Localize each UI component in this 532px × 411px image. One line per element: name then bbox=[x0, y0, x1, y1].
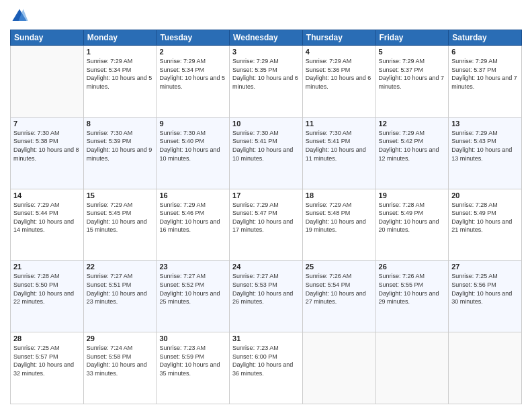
day-number: 3 bbox=[232, 48, 300, 56]
calendar-cell: 8Sunrise: 7:30 AMSunset: 5:39 PMDaylight… bbox=[83, 117, 157, 189]
day-number: 8 bbox=[87, 120, 154, 128]
day-info: Sunrise: 7:29 AMSunset: 5:45 PMDaylight:… bbox=[87, 201, 154, 234]
day-info: Sunrise: 7:29 AMSunset: 5:37 PMDaylight:… bbox=[451, 57, 519, 91]
page: SundayMondayTuesdayWednesdayThursdayFrid… bbox=[0, 0, 532, 411]
calendar-cell: 17Sunrise: 7:29 AMSunset: 5:47 PMDayligh… bbox=[230, 189, 303, 261]
day-number: 22 bbox=[87, 263, 154, 271]
calendar-table: SundayMondayTuesdayWednesdayThursdayFrid… bbox=[10, 30, 522, 404]
day-info: Sunrise: 7:23 AMSunset: 5:59 PMDaylight:… bbox=[159, 344, 226, 377]
calendar-cell: 18Sunrise: 7:29 AMSunset: 5:48 PMDayligh… bbox=[302, 189, 375, 261]
day-number: 29 bbox=[87, 334, 154, 342]
day-number: 12 bbox=[379, 120, 446, 128]
day-info: Sunrise: 7:29 AMSunset: 5:37 PMDaylight:… bbox=[379, 57, 446, 91]
day-number: 10 bbox=[232, 120, 300, 128]
calendar-week-row: 14Sunrise: 7:29 AMSunset: 5:44 PMDayligh… bbox=[11, 189, 522, 261]
day-number: 5 bbox=[379, 48, 446, 56]
calendar-cell: 7Sunrise: 7:30 AMSunset: 5:38 PMDaylight… bbox=[11, 117, 84, 189]
day-info: Sunrise: 7:29 AMSunset: 5:48 PMDaylight:… bbox=[306, 201, 373, 234]
day-info: Sunrise: 7:29 AMSunset: 5:36 PMDaylight:… bbox=[306, 57, 373, 91]
calendar-cell: 13Sunrise: 7:29 AMSunset: 5:43 PMDayligh… bbox=[449, 117, 522, 189]
calendar-cell: 14Sunrise: 7:29 AMSunset: 5:44 PMDayligh… bbox=[11, 189, 84, 261]
calendar-header-friday: Friday bbox=[375, 30, 449, 46]
calendar-cell: 6Sunrise: 7:29 AMSunset: 5:37 PMDaylight… bbox=[449, 46, 522, 118]
day-info: Sunrise: 7:24 AMSunset: 5:58 PMDaylight:… bbox=[87, 344, 154, 377]
calendar-header-tuesday: Tuesday bbox=[157, 30, 230, 46]
calendar-header-monday: Monday bbox=[83, 30, 157, 46]
calendar-cell: 25Sunrise: 7:26 AMSunset: 5:54 PMDayligh… bbox=[302, 261, 375, 332]
day-number: 31 bbox=[232, 334, 300, 342]
calendar-cell: 28Sunrise: 7:25 AMSunset: 5:57 PMDayligh… bbox=[11, 332, 84, 404]
day-info: Sunrise: 7:27 AMSunset: 5:51 PMDaylight:… bbox=[87, 272, 154, 306]
calendar-cell: 26Sunrise: 7:26 AMSunset: 5:55 PMDayligh… bbox=[375, 261, 449, 332]
calendar-week-row: 28Sunrise: 7:25 AMSunset: 5:57 PMDayligh… bbox=[11, 332, 522, 404]
calendar-header-wednesday: Wednesday bbox=[230, 30, 303, 46]
day-info: Sunrise: 7:25 AMSunset: 5:56 PMDaylight:… bbox=[451, 272, 519, 306]
calendar-cell: 15Sunrise: 7:29 AMSunset: 5:45 PMDayligh… bbox=[83, 189, 157, 261]
day-number: 20 bbox=[451, 191, 519, 199]
calendar-cell: 19Sunrise: 7:28 AMSunset: 5:49 PMDayligh… bbox=[375, 189, 449, 261]
calendar-header-row: SundayMondayTuesdayWednesdayThursdayFrid… bbox=[11, 30, 522, 46]
day-number: 24 bbox=[232, 263, 300, 271]
day-info: Sunrise: 7:29 AMSunset: 5:47 PMDaylight:… bbox=[232, 201, 300, 234]
calendar-cell: 5Sunrise: 7:29 AMSunset: 5:37 PMDaylight… bbox=[375, 46, 449, 118]
day-info: Sunrise: 7:29 AMSunset: 5:44 PMDaylight:… bbox=[13, 201, 81, 234]
day-number: 7 bbox=[13, 120, 81, 128]
day-info: Sunrise: 7:29 AMSunset: 5:42 PMDaylight:… bbox=[379, 129, 446, 163]
day-number: 16 bbox=[159, 191, 226, 199]
day-info: Sunrise: 7:30 AMSunset: 5:41 PMDaylight:… bbox=[232, 129, 300, 163]
calendar-cell: 11Sunrise: 7:30 AMSunset: 5:41 PMDayligh… bbox=[302, 117, 375, 189]
calendar-cell: 21Sunrise: 7:28 AMSunset: 5:50 PMDayligh… bbox=[11, 261, 84, 332]
calendar-cell: 3Sunrise: 7:29 AMSunset: 5:35 PMDaylight… bbox=[230, 46, 303, 118]
day-number: 15 bbox=[87, 191, 154, 199]
day-number: 23 bbox=[159, 263, 226, 271]
day-number: 6 bbox=[451, 48, 519, 56]
day-info: Sunrise: 7:30 AMSunset: 5:41 PMDaylight:… bbox=[306, 129, 373, 163]
calendar-week-row: 21Sunrise: 7:28 AMSunset: 5:50 PMDayligh… bbox=[11, 261, 522, 332]
calendar-cell: 22Sunrise: 7:27 AMSunset: 5:51 PMDayligh… bbox=[83, 261, 157, 332]
calendar-cell: 16Sunrise: 7:29 AMSunset: 5:46 PMDayligh… bbox=[157, 189, 230, 261]
day-info: Sunrise: 7:28 AMSunset: 5:49 PMDaylight:… bbox=[451, 201, 519, 234]
calendar-header-saturday: Saturday bbox=[449, 30, 522, 46]
calendar-cell: 31Sunrise: 7:23 AMSunset: 6:00 PMDayligh… bbox=[230, 332, 303, 404]
day-info: Sunrise: 7:27 AMSunset: 5:52 PMDaylight:… bbox=[159, 272, 226, 306]
day-info: Sunrise: 7:23 AMSunset: 6:00 PMDaylight:… bbox=[232, 344, 300, 377]
calendar-header-thursday: Thursday bbox=[302, 30, 375, 46]
day-number: 1 bbox=[87, 48, 154, 56]
calendar-cell: 12Sunrise: 7:29 AMSunset: 5:42 PMDayligh… bbox=[375, 117, 449, 189]
calendar-cell: 10Sunrise: 7:30 AMSunset: 5:41 PMDayligh… bbox=[230, 117, 303, 189]
calendar-cell: 30Sunrise: 7:23 AMSunset: 5:59 PMDayligh… bbox=[157, 332, 230, 404]
calendar-cell: 27Sunrise: 7:25 AMSunset: 5:56 PMDayligh… bbox=[449, 261, 522, 332]
calendar-cell: 20Sunrise: 7:28 AMSunset: 5:49 PMDayligh… bbox=[449, 189, 522, 261]
day-info: Sunrise: 7:30 AMSunset: 5:38 PMDaylight:… bbox=[13, 129, 81, 163]
calendar-cell: 4Sunrise: 7:29 AMSunset: 5:36 PMDaylight… bbox=[302, 46, 375, 118]
calendar-header-sunday: Sunday bbox=[11, 30, 84, 46]
day-number: 9 bbox=[159, 120, 226, 128]
day-number: 26 bbox=[379, 263, 446, 271]
day-info: Sunrise: 7:26 AMSunset: 5:54 PMDaylight:… bbox=[306, 272, 373, 306]
day-number: 2 bbox=[159, 48, 226, 56]
header bbox=[10, 7, 522, 26]
day-info: Sunrise: 7:27 AMSunset: 5:53 PMDaylight:… bbox=[232, 272, 300, 306]
day-number: 19 bbox=[379, 191, 446, 199]
day-number: 14 bbox=[13, 191, 81, 199]
day-number: 21 bbox=[13, 263, 81, 271]
day-info: Sunrise: 7:29 AMSunset: 5:43 PMDaylight:… bbox=[451, 129, 519, 163]
day-info: Sunrise: 7:30 AMSunset: 5:39 PMDaylight:… bbox=[87, 129, 154, 163]
calendar-cell: 24Sunrise: 7:27 AMSunset: 5:53 PMDayligh… bbox=[230, 261, 303, 332]
day-info: Sunrise: 7:29 AMSunset: 5:46 PMDaylight:… bbox=[159, 201, 226, 234]
day-number: 30 bbox=[159, 334, 226, 342]
calendar-cell: 29Sunrise: 7:24 AMSunset: 5:58 PMDayligh… bbox=[83, 332, 157, 404]
logo-icon bbox=[10, 7, 29, 26]
calendar-cell bbox=[449, 332, 522, 404]
calendar-cell: 23Sunrise: 7:27 AMSunset: 5:52 PMDayligh… bbox=[157, 261, 230, 332]
calendar-cell: 1Sunrise: 7:29 AMSunset: 5:34 PMDaylight… bbox=[83, 46, 157, 118]
day-number: 18 bbox=[306, 191, 373, 199]
day-number: 17 bbox=[232, 191, 300, 199]
calendar-week-row: 7Sunrise: 7:30 AMSunset: 5:38 PMDaylight… bbox=[11, 117, 522, 189]
day-info: Sunrise: 7:25 AMSunset: 5:57 PMDaylight:… bbox=[13, 344, 81, 377]
calendar-cell bbox=[11, 46, 84, 118]
day-number: 11 bbox=[306, 120, 373, 128]
calendar-cell bbox=[375, 332, 449, 404]
day-info: Sunrise: 7:28 AMSunset: 5:50 PMDaylight:… bbox=[13, 272, 81, 306]
day-info: Sunrise: 7:30 AMSunset: 5:40 PMDaylight:… bbox=[159, 129, 226, 163]
